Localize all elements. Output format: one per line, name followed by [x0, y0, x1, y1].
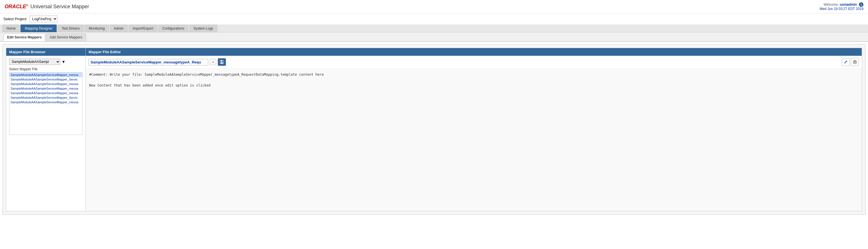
file-list[interactable]: SampleModuleAASampleServiceMapper_messaS…	[9, 72, 83, 135]
sub-tab-add-service-mappers[interactable]: Add Service Mappers	[46, 34, 86, 41]
filename-input[interactable]	[89, 59, 208, 66]
user-info: Welcome, usmadmin i Wed Jun 19 03:27 EDT…	[819, 2, 863, 11]
module-select[interactable]: SampleModuleAASampl	[9, 59, 60, 65]
editor-toolbar: ×	[86, 56, 862, 69]
project-bar: Select Project: LogFireProj	[0, 13, 868, 25]
select-mapper-label: Select Mapper File	[9, 67, 83, 71]
file-list-item[interactable]: SampleModuleAASampleServiceMapper_messa	[9, 91, 82, 95]
delete-button[interactable]	[851, 58, 859, 66]
welcome-text: Welcome, usmadmin i	[819, 2, 863, 7]
left-panel-body: SampleModuleAASampl ▼ Select Mapper File…	[6, 56, 86, 211]
datetime: Wed Jun 19 03:27 EDT 2019	[819, 7, 863, 11]
edit-icon	[844, 60, 848, 64]
nav-tab-admin[interactable]: Admin	[110, 25, 128, 32]
logo: ORACLE® Universal Service Mapper	[5, 4, 89, 10]
module-dropdown-arrow[interactable]: ▼	[62, 60, 65, 64]
file-list-item[interactable]: SampleModuleAASampleServiceMapper_Servic	[9, 95, 82, 100]
nav-tab-configurations[interactable]: Configurations	[158, 25, 188, 32]
left-panel: Mapper File Browser SampleModuleAASampl …	[6, 48, 86, 211]
nav-tabs: HomeMapping DesignerTest DriversMonitori…	[0, 25, 868, 32]
file-list-item[interactable]: SampleModuleAASampleServiceMapper_messa	[9, 86, 82, 91]
file-list-item[interactable]: SampleModuleAASampleServiceMapper_messa	[9, 82, 82, 86]
info-icon[interactable]: i	[859, 2, 863, 7]
nav-tab-system-logs[interactable]: System Logs	[189, 25, 217, 32]
right-panel: Mapper File Editor ×	[86, 48, 862, 211]
file-list-item[interactable]: SampleModuleAASampleServiceMapper_messa	[9, 100, 82, 104]
nav-tab-mapping-designer[interactable]: Mapping Designer	[21, 25, 57, 32]
module-dropdown-container: SampleModuleAASampl ▼	[9, 59, 83, 65]
save-button[interactable]	[218, 58, 226, 66]
project-label: Select Project:	[3, 17, 27, 21]
sub-tabs: Edit Service MappersAdd Service Mappers	[0, 32, 868, 42]
app-title: Universal Service Mapper	[30, 4, 89, 10]
close-button[interactable]: ×	[210, 59, 216, 65]
oracle-logo: ORACLE®	[5, 4, 28, 10]
file-list-item[interactable]: SampleModuleAASampleServiceMapper_messa	[9, 73, 82, 77]
nav-tab-home[interactable]: Home	[2, 25, 20, 32]
edit-button[interactable]	[842, 58, 850, 66]
svg-rect-1	[221, 60, 222, 62]
project-select[interactable]: LogFireProj	[30, 16, 58, 22]
editor-area[interactable]: #Comment: Write your file: SampleModuleA…	[86, 69, 862, 211]
nav-tab-import/export[interactable]: Import/Export	[128, 25, 157, 32]
mapper-editor-header: Mapper File Editor	[86, 48, 862, 56]
delete-icon	[853, 60, 857, 64]
main-content: Mapper File Browser SampleModuleAASampl …	[2, 44, 866, 215]
svg-rect-2	[221, 62, 223, 64]
mapper-browser-header: Mapper File Browser	[6, 48, 86, 56]
nav-tab-monitoring[interactable]: Monitoring	[85, 25, 109, 32]
sub-tab-edit-service-mappers[interactable]: Edit Service Mappers	[3, 34, 45, 41]
file-list-item[interactable]: SampleModuleAASampleServiceMapper_Servic	[9, 77, 82, 82]
toolbar-right	[842, 58, 859, 66]
header: ORACLE® Universal Service Mapper Welcome…	[0, 0, 868, 13]
nav-tab-test-drivers[interactable]: Test Drivers	[57, 25, 84, 32]
save-icon	[220, 60, 224, 64]
username: usmadmin	[840, 3, 857, 6]
